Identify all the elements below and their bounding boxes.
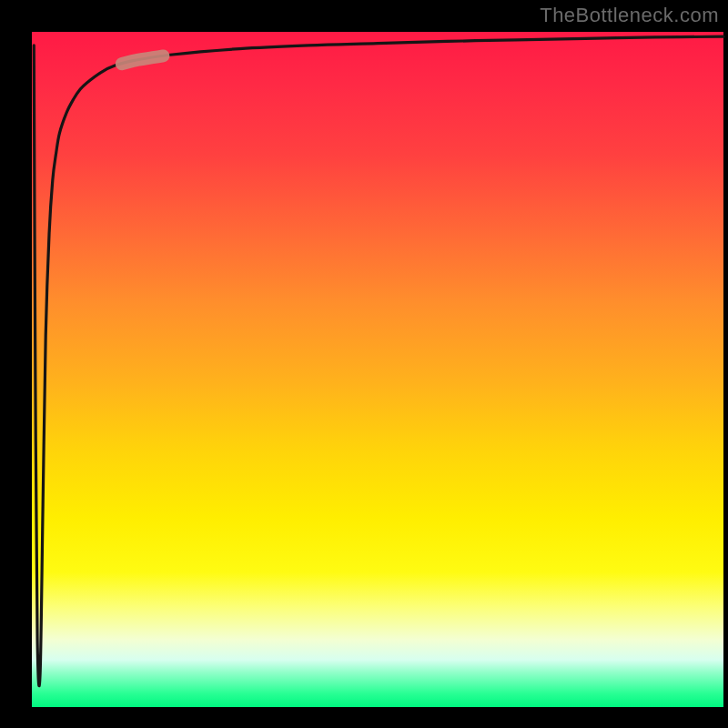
curve-marker	[122, 56, 164, 64]
chart-svg	[32, 32, 723, 707]
watermark-text: TheBottleneck.com	[540, 4, 719, 27]
performance-curve-line	[34, 36, 723, 686]
